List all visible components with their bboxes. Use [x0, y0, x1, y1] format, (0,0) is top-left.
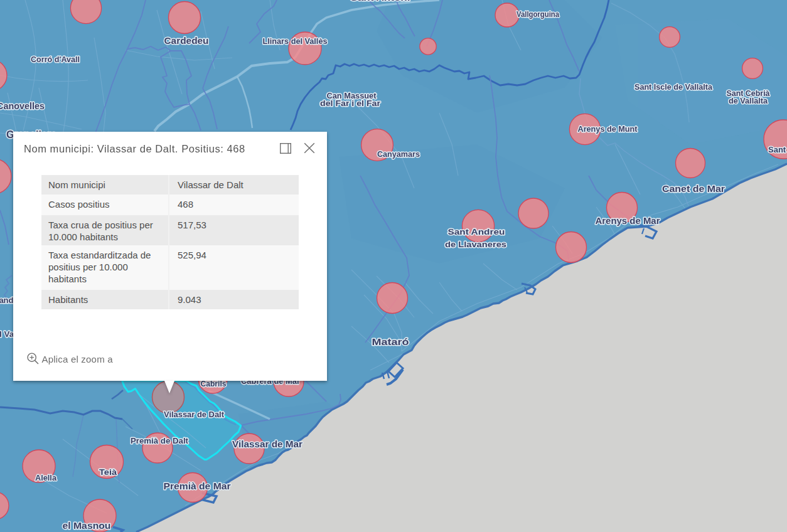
svg-text:el Masnou: el Masnou — [63, 520, 111, 531]
svg-text:Sant Iscle de Vallalta: Sant Iscle de Vallalta — [634, 83, 713, 92]
svg-text:Premià de Dalt: Premià de Dalt — [131, 436, 188, 445]
svg-text:Arenys de Munt: Arenys de Munt — [578, 124, 638, 134]
svg-text:Sant: Sant — [768, 145, 786, 154]
svg-text:Cardedeu: Cardedeu — [164, 35, 209, 46]
svg-text:Arenys de Mar: Arenys de Mar — [596, 215, 660, 226]
svg-text:de Vallalta: de Vallalta — [729, 97, 768, 105]
svg-text:l Va: l Va — [0, 329, 14, 339]
svg-text:Sant Antoni: Sant Antoni — [351, 0, 410, 3]
svg-text:del Far i el Far: del Far i el Far — [320, 99, 380, 108]
svg-text:Canovelles: Canovelles — [0, 100, 45, 111]
svg-text:Canet de Mar: Canet de Mar — [662, 183, 725, 194]
svg-text:Sant Andreu: Sant Andreu — [448, 227, 505, 237]
svg-text:Vallgorguina: Vallgorguina — [517, 9, 560, 19]
svg-text:Vilassar de Mar: Vilassar de Mar — [232, 439, 302, 449]
svg-text:Mataró: Mataró — [372, 336, 409, 347]
svg-text:Alella: Alella — [35, 473, 57, 482]
svg-text:Corró d'Avall: Corró d'Avall — [31, 55, 80, 64]
svg-text:lland: lland — [0, 295, 14, 305]
svg-text:Teià: Teià — [99, 467, 117, 477]
svg-text:Canyamars: Canyamars — [377, 149, 420, 159]
svg-text:de Llavaneres: de Llavaneres — [445, 240, 506, 249]
svg-text:Premià de Mar: Premià de Mar — [164, 481, 231, 491]
svg-text:Llinars del Vallès: Llinars del Vallès — [263, 36, 328, 46]
svg-text:Vilassar de Dalt: Vilassar de Dalt — [164, 410, 225, 419]
